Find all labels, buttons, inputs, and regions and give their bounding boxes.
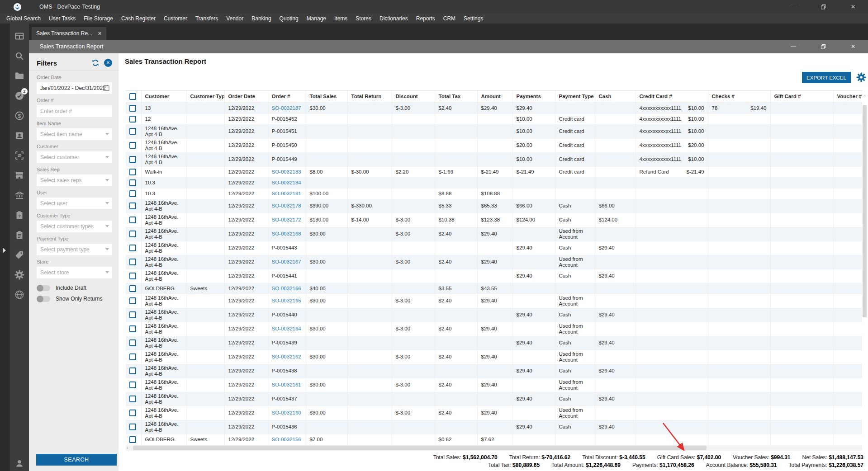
- menu-item-reports[interactable]: Reports: [412, 14, 439, 24]
- row-checkbox[interactable]: [129, 297, 136, 304]
- table-row[interactable]: GOLDBERGSweets12/29/2022SO-0032156$7.00$…: [126, 434, 862, 445]
- gear-icon[interactable]: [14, 269, 25, 280]
- clipboard-question-icon[interactable]: ?: [14, 210, 25, 221]
- row-checkbox[interactable]: [129, 116, 136, 122]
- order-link[interactable]: SO-0032162: [272, 354, 301, 359]
- order-link[interactable]: SO-0032187: [272, 105, 301, 111]
- menu-item-transfers[interactable]: Transfers: [191, 14, 222, 24]
- scan-transfer-icon[interactable]: [14, 150, 25, 161]
- clear-filters-icon[interactable]: ✕: [104, 59, 112, 67]
- table-row[interactable]: 1248 16thAve. Apt 4-B12/29/2022P-0015441…: [126, 269, 862, 283]
- row-checkbox[interactable]: [129, 179, 136, 186]
- horizontal-scroll-thumb[interactable]: [133, 446, 707, 450]
- column-header-order-date[interactable]: Order Date: [224, 91, 268, 103]
- order-link[interactable]: SO-0032165: [272, 298, 301, 303]
- scroll-up-icon[interactable]: ⌃: [863, 95, 867, 99]
- column-header-customer[interactable]: Customer: [141, 91, 186, 103]
- menu-item-global-search[interactable]: Global Search: [2, 14, 45, 24]
- column-header-gift-card[interactable]: Gift Card #: [770, 91, 833, 103]
- row-checkbox[interactable]: [129, 396, 136, 402]
- table-row[interactable]: 1312/29/2022SO-0032187$30.00$-3.00$2.40$…: [126, 103, 862, 113]
- order-link[interactable]: SO-0032181: [272, 191, 301, 196]
- tasks-check-icon[interactable]: 2: [14, 90, 25, 101]
- order-link[interactable]: SO-0032161: [272, 382, 301, 387]
- bank-icon[interactable]: [14, 190, 25, 201]
- column-header-total-return[interactable]: Total Return: [347, 91, 392, 103]
- table-row[interactable]: 1248 16thAve. Apt 4-B12/29/2022P-0015443…: [126, 241, 862, 255]
- row-checkbox[interactable]: [129, 353, 136, 360]
- menu-item-items[interactable]: Items: [330, 14, 351, 24]
- column-header-amount[interactable]: Amount: [477, 91, 512, 103]
- vertical-scrollbar[interactable]: ⌃: [862, 95, 867, 445]
- customer-select[interactable]: Select customer: [37, 151, 112, 163]
- row-checkbox[interactable]: [129, 325, 136, 332]
- row-checkbox[interactable]: [129, 273, 136, 279]
- tag-icon[interactable]: [14, 250, 25, 260]
- column-header-payment-type[interactable]: Payment Type: [555, 91, 595, 103]
- column-header-checks[interactable]: Checks #: [708, 91, 770, 103]
- table-row[interactable]: 10.312/29/2022SO-0032184: [126, 177, 862, 188]
- column-header-voucher[interactable]: Voucher #: [833, 91, 862, 103]
- column-header-customer-type[interactable]: Customer Type: [186, 91, 224, 103]
- horizontal-scrollbar[interactable]: ‹: [126, 445, 862, 451]
- toggle-include-draft[interactable]: Include Draft: [37, 285, 112, 291]
- sales-rep-select[interactable]: Select sales reps: [37, 174, 112, 186]
- order-link[interactable]: SO-0032160: [272, 410, 301, 415]
- table-row[interactable]: GOLDBERGSweets12/29/2022SO-0032166$40.00…: [126, 283, 862, 294]
- expand-arrow-icon[interactable]: [3, 248, 6, 253]
- row-checkbox[interactable]: [129, 382, 136, 388]
- table-row[interactable]: 1248 16thAve. Apt 4-B12/29/2022P-0015436…: [126, 420, 862, 434]
- table-row[interactable]: 1248 16thAve. Apt 4-B12/29/2022SO-003217…: [126, 213, 862, 227]
- row-checkbox[interactable]: [129, 217, 136, 223]
- row-checkbox[interactable]: [129, 128, 136, 135]
- inner-close-button[interactable]: ✕: [838, 40, 868, 53]
- user-select[interactable]: Select user: [37, 198, 112, 209]
- table-row[interactable]: 1248 16thAve. Apt 4-B12/29/2022SO-003216…: [126, 322, 862, 336]
- menu-item-dictionaries[interactable]: Dictionaries: [375, 14, 412, 24]
- customer-type-select[interactable]: Select customer types: [37, 221, 112, 232]
- toggle-switch[interactable]: [37, 285, 50, 291]
- clipboard-list-icon[interactable]: [14, 230, 25, 240]
- row-checkbox[interactable]: [129, 190, 136, 197]
- row-checkbox[interactable]: [129, 105, 136, 112]
- search-button[interactable]: SEARCH: [36, 454, 117, 466]
- table-row[interactable]: 1248 16thAve. Apt 4-B12/29/2022SO-003216…: [126, 255, 862, 269]
- column-header-cash[interactable]: Cash: [595, 91, 636, 103]
- row-checkbox[interactable]: [129, 410, 136, 416]
- tab-sales-transaction-report[interactable]: Sales Transaction Re... ✕: [32, 27, 106, 40]
- table-row[interactable]: 1248 16thAve. Apt 4-B12/29/2022SO-003216…: [126, 294, 862, 308]
- tab-close-icon[interactable]: ✕: [98, 31, 102, 37]
- order-link[interactable]: SO-0032172: [272, 217, 301, 222]
- store-select[interactable]: Select store: [37, 267, 112, 278]
- row-checkbox[interactable]: [129, 231, 136, 237]
- row-checkbox[interactable]: [129, 285, 136, 292]
- close-button[interactable]: ✕: [838, 0, 868, 14]
- table-row[interactable]: 1212/29/2022P-0015452$10.00Credit card4x…: [126, 113, 862, 124]
- order-link[interactable]: SO-0032184: [272, 180, 301, 185]
- order-link[interactable]: SO-0032156: [272, 437, 301, 442]
- inner-minimize-button[interactable]: —: [778, 40, 808, 53]
- table-row[interactable]: 1248 16thAve. Apt 4-B12/29/2022P-0015438…: [126, 364, 862, 378]
- dashboard-icon[interactable]: [14, 31, 25, 42]
- menu-item-stores[interactable]: Stores: [351, 14, 375, 24]
- menu-item-quoting[interactable]: Quoting: [275, 14, 303, 24]
- column-header-order[interactable]: Order #: [268, 91, 306, 103]
- table-row[interactable]: 1248 16thAve. Apt 4-B12/29/2022P-0015437…: [126, 392, 862, 406]
- menu-item-vendor[interactable]: Vendor: [222, 14, 247, 24]
- table-row[interactable]: 1248 16thAve. Apt 4-B12/29/2022SO-003216…: [126, 227, 862, 241]
- menu-item-user-tasks[interactable]: User Tasks: [45, 14, 80, 24]
- folder-icon[interactable]: [14, 71, 25, 81]
- row-checkbox[interactable]: [129, 203, 136, 209]
- rail-user-icon[interactable]: [10, 457, 29, 469]
- row-checkbox[interactable]: [129, 259, 136, 265]
- column-header-total-sales[interactable]: Total Sales: [306, 91, 347, 103]
- row-checkbox[interactable]: [129, 436, 136, 443]
- select-all-checkbox[interactable]: [129, 93, 136, 100]
- contact-card-icon[interactable]: [14, 130, 25, 141]
- dollar-icon[interactable]: $: [14, 110, 25, 121]
- row-checkbox[interactable]: [129, 169, 136, 175]
- row-checkbox[interactable]: [129, 424, 136, 430]
- table-row[interactable]: 1248 16thAve. Apt 4-B12/29/2022P-0015451…: [126, 124, 862, 138]
- vertical-scroll-thumb[interactable]: [863, 105, 867, 317]
- export-excel-button[interactable]: EXPORT EXCEL: [802, 72, 851, 83]
